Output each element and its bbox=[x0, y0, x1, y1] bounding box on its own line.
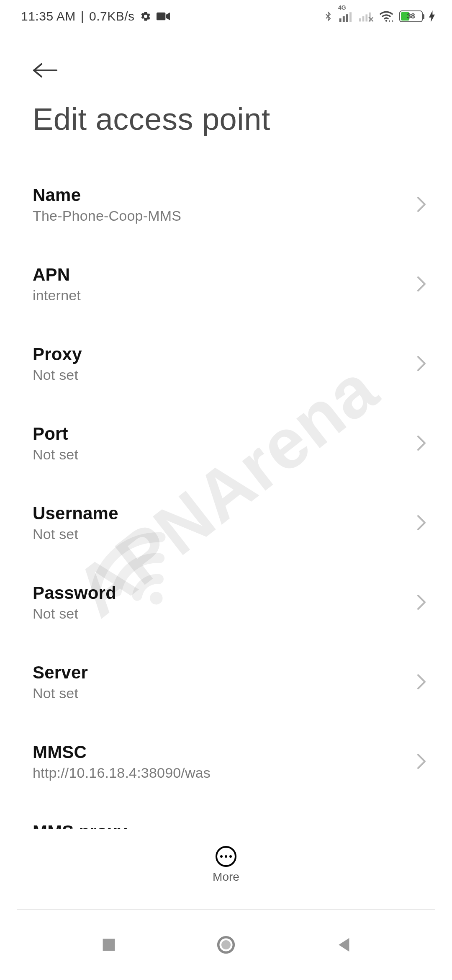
more-button[interactable]: More bbox=[0, 846, 452, 884]
status-left: 11:35 AM | 0.7KB/s bbox=[21, 9, 170, 23]
nav-home-button[interactable] bbox=[201, 928, 251, 962]
status-sep: | bbox=[81, 9, 84, 23]
nav-back-button[interactable] bbox=[318, 928, 368, 962]
nav-recent-button[interactable] bbox=[84, 928, 134, 962]
svg-rect-13 bbox=[103, 939, 115, 951]
charging-bolt-icon bbox=[429, 10, 435, 22]
signal-sim2-icon bbox=[359, 11, 373, 22]
system-nav-bar bbox=[0, 910, 452, 980]
chevron-right-icon bbox=[416, 276, 427, 292]
row-value: Not set bbox=[33, 526, 410, 542]
row-label: MMS proxy bbox=[33, 822, 410, 830]
row-server[interactable]: Server Not set bbox=[0, 645, 452, 719]
row-mmsc[interactable]: MMSC http://10.16.18.4:38090/was bbox=[0, 725, 452, 798]
back-arrow-icon[interactable] bbox=[33, 61, 58, 80]
camera-icon bbox=[157, 11, 170, 21]
svg-rect-7 bbox=[362, 16, 365, 21]
gear-icon bbox=[140, 10, 152, 22]
status-bar: 11:35 AM | 0.7KB/s 4G 38 bbox=[0, 0, 452, 33]
triangle-left-icon bbox=[336, 936, 351, 953]
chevron-right-icon bbox=[416, 196, 427, 213]
row-port[interactable]: Port Not set bbox=[0, 406, 452, 480]
row-value: Not set bbox=[33, 446, 410, 463]
bluetooth-icon bbox=[323, 10, 333, 23]
wifi-icon bbox=[379, 10, 393, 22]
svg-rect-4 bbox=[346, 14, 348, 22]
apn-settings-list: Name The-Phone-Coop-MMS APN internet Pro… bbox=[0, 168, 452, 829]
status-speed: 0.7KB/s bbox=[89, 9, 135, 23]
row-label: Port bbox=[33, 424, 410, 444]
more-icon bbox=[216, 846, 236, 867]
row-name[interactable]: Name The-Phone-Coop-MMS bbox=[0, 168, 452, 241]
row-label: Password bbox=[33, 583, 410, 603]
app-bar bbox=[0, 45, 452, 95]
circle-icon bbox=[217, 936, 235, 954]
svg-point-10 bbox=[385, 20, 387, 21]
status-right: 4G 38 bbox=[323, 10, 435, 23]
row-label: MMSC bbox=[33, 742, 410, 762]
row-value: Not set bbox=[33, 606, 410, 622]
row-mms-proxy[interactable]: MMS proxy 10.16.18.77 bbox=[0, 804, 452, 829]
row-value: Not set bbox=[33, 367, 410, 383]
row-label: Proxy bbox=[33, 344, 410, 364]
row-label: Username bbox=[33, 503, 410, 524]
svg-rect-1 bbox=[157, 13, 165, 21]
row-label: Name bbox=[33, 185, 410, 205]
row-proxy[interactable]: Proxy Not set bbox=[0, 327, 452, 400]
chevron-right-icon bbox=[416, 514, 427, 531]
row-label: Server bbox=[33, 663, 410, 683]
svg-rect-2 bbox=[339, 18, 342, 22]
svg-point-15 bbox=[221, 940, 231, 949]
chevron-right-icon bbox=[416, 435, 427, 451]
chevron-right-icon bbox=[416, 355, 427, 372]
chevron-right-icon bbox=[416, 594, 427, 611]
more-label: More bbox=[213, 870, 239, 884]
battery-icon: 38 bbox=[399, 10, 423, 22]
chevron-right-icon bbox=[416, 753, 427, 770]
page-title: Edit access point bbox=[33, 101, 270, 137]
row-password[interactable]: Password Not set bbox=[0, 565, 452, 639]
svg-rect-3 bbox=[343, 16, 345, 22]
row-value: internet bbox=[33, 287, 410, 304]
svg-rect-6 bbox=[359, 18, 361, 22]
row-username[interactable]: Username Not set bbox=[0, 486, 452, 560]
row-value: The-Phone-Coop-MMS bbox=[33, 208, 410, 224]
status-time: 11:35 AM bbox=[21, 9, 76, 23]
svg-rect-8 bbox=[365, 14, 367, 21]
row-value: http://10.16.18.4:38090/was bbox=[33, 765, 410, 781]
row-label: APN bbox=[33, 265, 410, 285]
row-value: Not set bbox=[33, 685, 410, 701]
row-apn[interactable]: APN internet bbox=[0, 247, 452, 321]
chevron-right-icon bbox=[416, 673, 427, 690]
svg-rect-5 bbox=[349, 12, 352, 22]
square-icon bbox=[101, 937, 116, 952]
signal-sim1-icon: 4G bbox=[339, 11, 353, 22]
